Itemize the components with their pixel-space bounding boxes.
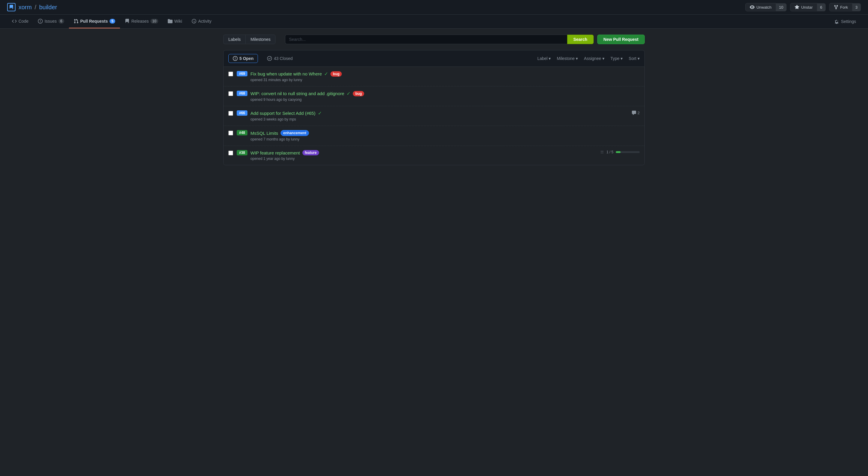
issue-main: WIP feature replacement feature opened 1… [250,150,595,161]
repo-owner-link[interactable]: xorm [19,4,32,10]
wiki-icon [168,19,173,24]
issue-title[interactable]: Add support for Select Add (#65) [250,111,315,116]
issue-title[interactable]: MsSQL Limits [250,131,278,136]
issue-author-link[interactable]: lunny [291,137,299,141]
watch-group: Unwatch 10 [745,3,786,11]
issue-title-row: Add support for Select Add (#65) ✓ [250,110,627,116]
issue-number-badge: #38 [237,150,247,156]
issue-list-header-left: 5 Open 43 Closed [228,54,297,63]
star-group: Unstar 6 [790,3,826,11]
sort-filter-dropdown[interactable]: Sort ▾ [629,56,640,61]
tab-activity[interactable]: Activity [187,14,216,28]
checklist-icon [600,150,604,154]
table-row: #38 WIP feature replacement feature open… [223,146,645,165]
issue-right: 1 / 5 [595,150,640,154]
issue-author-link[interactable]: caoyong [288,98,302,102]
table-row: #48 MsSQL Limits enhancement opened 7 mo… [223,126,645,146]
issue-right: 2 [627,110,640,115]
code-icon [12,19,17,24]
label-tag[interactable]: feature [302,150,319,156]
issue-author-link[interactable]: lunny [286,157,294,161]
issue-meta: opened 7 months ago by lunny [250,137,635,141]
issue-checkbox[interactable] [228,91,233,96]
fork-button[interactable]: Fork [829,3,852,11]
fork-count: 3 [852,3,861,11]
progress-bar [616,151,640,153]
header-bar: xorm / builder Unwatch 10 Unstar 6 [0,0,868,14]
pr-progress: 1 / 5 [600,150,640,154]
issues-badge: 6 [59,19,64,24]
chevron-down-icon: ▾ [621,56,623,61]
closed-filter-button[interactable]: 43 Closed [263,54,297,63]
main-content: Labels Milestones Search New Pull Reques… [216,29,652,171]
issue-main: MsSQL Limits enhancement opened 7 months… [250,130,635,141]
label-tag[interactable]: bug [331,71,342,77]
issue-list-header-right: Label ▾ Milestone ▾ Assignee ▾ Type ▾ So… [537,56,640,61]
chevron-down-icon: ▾ [576,56,578,61]
pr-icon [74,19,79,24]
filter-bar: Labels Milestones Search New Pull Reques… [223,35,645,44]
issue-number-badge: #48 [237,130,247,135]
label-filter-dropdown[interactable]: Label ▾ [537,56,551,61]
header-actions: Unwatch 10 Unstar 6 Fork 3 [742,3,861,11]
comment-count: 2 [631,110,640,115]
issue-title[interactable]: Fix bug when update with no Where [250,71,322,76]
new-pull-request-button[interactable]: New Pull Request [597,35,645,44]
label-tag[interactable]: enhancement [281,130,309,136]
chevron-down-icon: ▾ [549,56,551,61]
repo-full-name: xorm / builder [19,4,57,11]
issue-checkbox[interactable] [228,111,233,116]
repo-name-link[interactable]: builder [39,4,57,10]
issue-meta: opened 9 hours ago by caoyong [250,98,635,102]
tab-code[interactable]: Code [7,14,33,28]
closed-icon [267,56,272,61]
chevron-down-icon: ▾ [638,56,640,61]
repo-title: xorm / builder [7,3,57,11]
closed-count: 43 Closed [274,56,292,61]
issue-meta: opened 31 minutes ago by lunny [250,78,635,82]
issue-title[interactable]: WIP feature replacement [250,150,300,156]
issue-meta: opened 1 year ago by lunny [250,157,595,161]
check-icon: ✓ [318,110,322,116]
tab-releases[interactable]: Releases 10 [120,14,163,28]
issue-list-header: 5 Open 43 Closed Label ▾ Milestone ▾ [223,50,645,67]
issue-number-badge: #69 [237,71,247,76]
assignee-filter-dropdown[interactable]: Assignee ▾ [584,56,604,61]
table-row: #68 WIP: convert nil to null string and … [223,87,645,106]
search-button[interactable]: Search [567,35,594,44]
open-count: 5 Open [239,56,253,61]
table-row: #66 Add support for Select Add (#65) ✓ o… [223,106,645,126]
issue-title-row: WIP: convert nil to null string and add … [250,91,635,96]
tab-settings[interactable]: Settings [830,15,861,28]
releases-icon [125,19,129,24]
issue-checkbox[interactable] [228,131,233,135]
labels-button[interactable]: Labels [223,35,245,44]
issue-checkbox[interactable] [228,150,233,156]
tab-wiki[interactable]: Wiki [163,14,187,28]
settings-icon [834,19,839,24]
pr-badge: 5 [110,19,115,24]
chevron-down-icon: ▾ [602,56,604,61]
search-input[interactable] [285,35,567,44]
issue-main: Fix bug when update with no Where ✓ bug … [250,71,635,82]
tab-pull-requests[interactable]: Pull Requests 5 [69,14,120,28]
nav-tabs: Code Issues 6 Pull Requests 5 Releases 1… [0,14,868,29]
issue-number-badge: #66 [237,110,247,116]
open-filter-button[interactable]: 5 Open [228,54,258,63]
nav-tabs-left: Code Issues 6 Pull Requests 5 Releases 1… [7,14,216,28]
type-filter-dropdown[interactable]: Type ▾ [611,56,623,61]
issue-author-link[interactable]: lunny [294,78,302,82]
fork-icon [834,5,838,9]
issue-author-link[interactable]: mps [289,117,296,122]
issue-list-container: 5 Open 43 Closed Label ▾ Milestone ▾ [223,50,645,165]
watch-button[interactable]: Unwatch [745,3,776,11]
milestone-filter-dropdown[interactable]: Milestone ▾ [557,56,578,61]
issue-checkbox[interactable] [228,72,233,76]
tab-issues[interactable]: Issues 6 [33,14,69,28]
check-icon: ✓ [346,91,350,96]
milestones-button[interactable]: Milestones [245,35,276,44]
issue-title[interactable]: WIP: convert nil to null string and add … [250,91,344,96]
issue-number-badge: #68 [237,91,247,96]
label-tag[interactable]: bug [353,91,364,96]
star-button[interactable]: Unstar [790,3,817,11]
